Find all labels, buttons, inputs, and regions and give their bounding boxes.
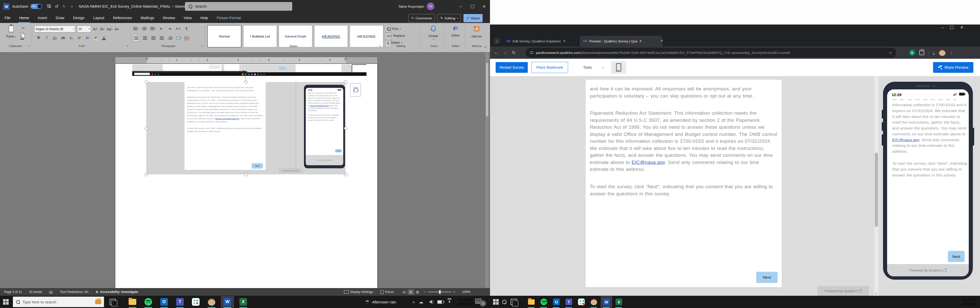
tab-references[interactable]: References (112, 13, 133, 23)
taskbar-search-box[interactable]: Type here to search (13, 297, 104, 307)
omnibox[interactable]: pacificresearch.qualtrics.com/jfe/previe… (526, 48, 896, 57)
word-count[interactable]: 42 words (29, 290, 42, 294)
collapse-ribbon-icon[interactable]: ∨ (484, 45, 487, 49)
proofing-icon[interactable]: 🕮 (49, 290, 53, 294)
text-predictions[interactable]: Text Predictions: On (60, 290, 89, 294)
task-view-icon[interactable] (110, 299, 116, 305)
survey-scrollbar[interactable]: ▼ (874, 76, 878, 296)
dictate-button[interactable]: Dictate ▾ (424, 26, 442, 41)
new-tab-icon[interactable]: + (660, 38, 663, 44)
taskbar-app-excel[interactable]: X (237, 296, 250, 308)
save-icon[interactable]: 🖫 (45, 4, 53, 9)
saved-status[interactable]: Saved (175, 4, 185, 8)
battery-icon[interactable] (438, 300, 444, 304)
briefcase-icon[interactable] (95, 300, 101, 304)
editing-mode-button[interactable]: ✎Editing▾ (438, 14, 461, 22)
tab-mailings[interactable]: Mailings (140, 13, 155, 23)
tools-chevron-icon[interactable]: ∨ (602, 66, 604, 69)
page-indicator[interactable]: Page 2 of 11 (4, 290, 22, 294)
print-layout-icon[interactable]: ▤ (407, 289, 414, 295)
site-info-icon[interactable] (530, 51, 533, 54)
taskbar-app-file-explorer[interactable] (126, 296, 139, 308)
embedded-survey-screenshot[interactable]: and how it can be improved. All response… (146, 82, 345, 174)
align-right-icon[interactable] (151, 35, 156, 41)
align-center-icon[interactable] (142, 35, 148, 41)
tab-picture-format[interactable]: Picture Format (216, 13, 242, 23)
numbering-icon[interactable]: 1▾ (142, 26, 147, 32)
tab-help[interactable]: Help (199, 13, 209, 23)
mobile-preview-button[interactable] (611, 61, 626, 74)
onedrive-icon[interactable]: ☁ (419, 299, 423, 305)
chrome-minimize-button[interactable]: – (941, 25, 943, 30)
tab-draw[interactable]: Draw (55, 13, 65, 23)
style-heading2[interactable]: HEADING (350, 25, 383, 47)
grow-font-icon[interactable]: A˄ (92, 26, 98, 32)
bookmark-star-icon[interactable]: ☆ (889, 50, 892, 55)
taskbar-app-spotify[interactable] (142, 296, 155, 308)
volume-icon[interactable] (428, 300, 434, 304)
tab-view[interactable]: View (183, 13, 192, 23)
taskbar-app-teams[interactable]: T (173, 296, 186, 308)
align-left-icon[interactable] (133, 35, 139, 41)
horizontal-ruler[interactable]: 1 2 3 4 5 6 (115, 57, 377, 63)
phone-email-link[interactable]: EIC@nasa.gov (892, 138, 919, 142)
underline-icon[interactable]: U▾ (52, 35, 58, 41)
paragraph-dialog-launcher[interactable]: ↘ (200, 45, 203, 47)
restart-survey-button[interactable]: Restart Survey (496, 62, 528, 73)
increase-indent-icon[interactable]: ⇥ (167, 26, 172, 32)
taskbar-app-word[interactable]: W (601, 296, 612, 308)
editor-button[interactable]: Editor (447, 26, 464, 37)
tab-review[interactable]: Review (162, 13, 176, 23)
clear-formatting-icon[interactable]: A◆ (114, 26, 119, 32)
taskbar-app-chrome[interactable] (205, 296, 218, 308)
profile-avatar[interactable] (939, 49, 945, 56)
change-case-icon[interactable]: Aa▾ (107, 26, 112, 32)
tab-close-icon[interactable]: ✕ (639, 39, 642, 43)
multilevel-list-icon[interactable]: ▾ (150, 26, 156, 32)
comments-button[interactable]: 🗨Comments (408, 14, 435, 22)
survey-scrollbar-thumb[interactable] (875, 153, 878, 227)
taskbar-app-teams[interactable]: T (563, 296, 574, 308)
back-icon[interactable]: ← (492, 50, 501, 55)
chrome-close-button[interactable]: ✕ (960, 25, 963, 30)
cut-icon[interactable]: ✂ (21, 25, 26, 31)
extensions-icon[interactable] (919, 50, 924, 55)
avatar[interactable]: TK (427, 3, 434, 10)
tab-layout[interactable]: Layout (92, 13, 105, 23)
accessibility-status[interactable]: Accessibility: Investigate (100, 290, 138, 294)
next-button[interactable]: Next (756, 272, 778, 283)
menu-kebab-icon[interactable]: ⋮ (950, 50, 954, 55)
taskbar-app-chrome[interactable] (588, 296, 600, 308)
text-effects-icon[interactable]: A▾ (85, 35, 90, 41)
decrease-indent-icon[interactable]: ⇤ (159, 26, 164, 32)
read-mode-icon[interactable]: 🕮 (401, 289, 407, 295)
focus-mode[interactable]: Focus (380, 290, 394, 294)
close-button[interactable]: ✕ (478, 0, 490, 13)
bold-icon[interactable]: B (36, 35, 41, 41)
font-color-icon[interactable]: A (101, 35, 107, 41)
taskbar-app-excel[interactable]: X (613, 296, 625, 308)
subscript-icon[interactable]: x₂ (68, 35, 74, 41)
tab-file[interactable]: File (3, 13, 11, 23)
undo-icon[interactable]: ↺ (53, 4, 60, 9)
style-general-emph[interactable]: General Emph (279, 25, 312, 47)
find-button[interactable]: Find▾ (387, 26, 405, 32)
rotate-handle-icon[interactable]: ↻ (242, 69, 248, 76)
taskbar-app-file-explorer[interactable] (526, 296, 537, 308)
taskbar-app-spotify[interactable] (538, 296, 549, 308)
autosave-toggle[interactable]: On (30, 4, 42, 9)
weather-text[interactable]: Afternoon rain (372, 300, 396, 304)
tab-edit-survey[interactable]: XM Edit Survey | Qualtrics Experienc ✕ (503, 36, 585, 46)
qat-customize-icon[interactable]: ▾ (68, 5, 76, 8)
email-link[interactable]: EIC@nasa.gov (632, 160, 665, 165)
taskbar-app-slack[interactable] (189, 296, 202, 308)
powered-by-qualtrics[interactable]: Powered by Qualtrics (818, 286, 869, 296)
clipboard-dialog-launcher[interactable]: ↘ (27, 45, 30, 47)
italic-icon[interactable]: I (44, 35, 49, 41)
place-bookmark-button[interactable]: Place Bookmark (531, 62, 568, 73)
zoom-level[interactable]: 100% (462, 290, 470, 294)
document-title[interactable]: NASA-NMNH EIC_Exit Survey_Online Materia… (79, 4, 170, 8)
font-dialog-launcher[interactable]: ↘ (126, 45, 128, 47)
word-search-box[interactable]: Search (185, 2, 292, 11)
phone-powered-by[interactable]: Powered by Qualtrics (887, 264, 969, 276)
